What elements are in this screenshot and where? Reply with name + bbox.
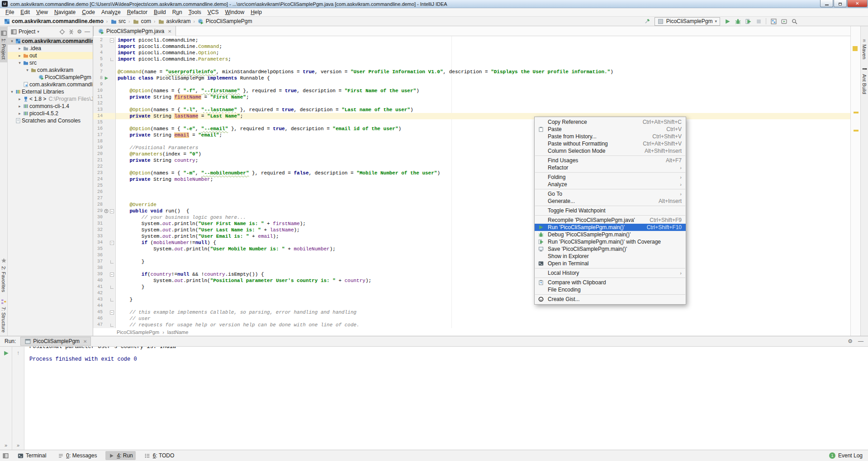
context-item-analyze[interactable]: Analyze› <box>535 181 686 188</box>
toolwindow-switcher-icon[interactable] <box>2 452 9 459</box>
context-item-show-in-explorer[interactable]: Show in Explorer <box>535 253 686 260</box>
fold-icon[interactable]: − <box>109 309 114 315</box>
inspection-indicator[interactable] <box>853 46 858 51</box>
tool1-icon[interactable] <box>770 18 777 24</box>
gutter[interactable]: 4 <box>93 50 116 56</box>
gutter[interactable]: 19 <box>93 145 116 151</box>
expand-icon[interactable]: » <box>17 442 19 448</box>
restore-button[interactable] <box>834 0 847 7</box>
gutter[interactable]: 30 <box>93 214 116 221</box>
menu-navigate[interactable]: Navigate <box>51 8 79 16</box>
tool-stripe-7-structure[interactable]: 7: Structure <box>0 295 7 336</box>
context-item-save-picoclisamplepgm-main[interactable]: Save 'PicoCliSamplePgm.main()' <box>535 245 686 253</box>
context-item-recompile-picoclisamplepgm-java[interactable]: Recompile 'PicoCliSamplePgm.java'Ctrl+Sh… <box>535 216 686 224</box>
menu-build[interactable]: Build <box>151 8 169 16</box>
gutter[interactable]: 15 <box>93 119 116 126</box>
statusbar-0-messages[interactable]: 0: Messages <box>55 451 100 460</box>
run-icon[interactable] <box>724 18 730 24</box>
fold-icon[interactable]: − <box>109 208 114 214</box>
tree-item-picocli-4-5-2[interactable]: ▸picocli-4.5.2 <box>8 110 93 117</box>
tool-stripe-2-favorites[interactable]: 2: Favorites <box>0 254 7 295</box>
breadcrumb-com-askvikram-commandline-demo[interactable]: com.askvikram.commandline.demo <box>4 18 104 24</box>
settings-gear-icon[interactable]: ⚙ <box>77 28 82 35</box>
coverage-icon[interactable] <box>745 18 751 24</box>
context-item-compare-with-clipboard[interactable]: Compare with Clipboard <box>535 279 686 286</box>
locate-icon[interactable] <box>59 28 65 35</box>
gutter[interactable]: 27 <box>93 195 116 202</box>
fold-icon[interactable]: − <box>109 37 114 43</box>
settings-gear-icon[interactable]: ⚙ <box>848 338 853 344</box>
tree-item-commons-cli-1-4[interactable]: ▸commons-cli-1.4 <box>8 103 93 110</box>
breadcrumb-com[interactable]: com <box>133 18 151 24</box>
closed-arrow-icon[interactable]: ▸ <box>17 97 22 101</box>
gutter[interactable]: 14 <box>93 113 116 119</box>
close-tab-icon[interactable]: ✕ <box>168 29 171 34</box>
gutter[interactable]: 26 <box>93 189 116 195</box>
breadcrumb-askvikram[interactable]: askvikram <box>158 18 190 24</box>
menu-vcs[interactable]: VCS <box>204 8 222 16</box>
fold-icon[interactable] <box>109 284 114 290</box>
gutter[interactable]: 16 <box>93 126 116 132</box>
fold-icon[interactable]: − <box>109 240 114 246</box>
error-stripe[interactable] <box>850 26 860 336</box>
gutter[interactable]: 9 <box>93 81 116 88</box>
warning-mark[interactable] <box>854 130 859 132</box>
gutter[interactable]: 34− <box>93 240 116 246</box>
context-item-toggle-field-watchpoint[interactable]: Toggle Field Watchpoint <box>535 207 686 214</box>
chevron-down-icon[interactable]: ▾ <box>37 29 39 34</box>
context-item-copy-reference[interactable]: Copy ReferenceCtrl+Alt+Shift+C <box>535 118 686 126</box>
gutter[interactable]: 28 <box>93 202 116 208</box>
open-arrow-icon[interactable]: ▾ <box>9 39 14 43</box>
close-button[interactable]: ✕ <box>847 0 868 7</box>
gutter[interactable]: 37 <box>93 259 116 265</box>
tool-stripe-1-project[interactable]: 1: Project <box>0 27 7 62</box>
menu-tools[interactable]: Tools <box>185 8 204 16</box>
fold-icon[interactable] <box>109 56 114 62</box>
gutter[interactable]: 35 <box>93 246 116 252</box>
open-arrow-icon[interactable]: ▾ <box>25 68 30 72</box>
expand-icon[interactable]: » <box>5 442 7 448</box>
menu-edit[interactable]: Edit <box>17 8 33 16</box>
context-item-file-encoding[interactable]: File Encoding <box>535 286 686 293</box>
hide-panel-icon[interactable]: — <box>85 28 90 35</box>
gutter[interactable]: 45− <box>93 309 116 315</box>
gutter[interactable]: 11 <box>93 94 116 100</box>
closed-arrow-icon[interactable]: ▸ <box>17 46 22 51</box>
tree-item-com-askvikram-commandline-demo[interactable]: ▾com.askvikram.commandline.demo <box>8 38 93 45</box>
search-icon[interactable] <box>791 18 797 24</box>
tree-item-picoclisamplepgm[interactable]: CPicoCliSamplePgm <box>8 74 93 81</box>
context-item-run-picoclisamplepgm-main-with-coverage[interactable]: Run 'PicoCliSamplePgm.main()' with Cover… <box>535 238 686 245</box>
hide-panel-icon[interactable]: — <box>858 338 863 344</box>
close-console-icon[interactable]: ✕ <box>83 339 87 344</box>
rerun-icon[interactable] <box>3 350 9 356</box>
context-item-paste-without-formatting[interactable]: Paste without FormattingCtrl+Alt+Shift+V <box>535 140 686 147</box>
gutter[interactable]: 8 <box>93 75 116 81</box>
up-stack-icon[interactable]: ↑ <box>17 350 19 356</box>
stop-icon[interactable] <box>755 18 762 24</box>
context-item-debug-picoclisamplepgm-main[interactable]: Debug 'PicoCliSamplePgm.main()' <box>535 231 686 238</box>
context-item-paste-from-history[interactable]: Paste from History...Ctrl+Shift+V <box>535 133 686 140</box>
gutter[interactable]: 40 <box>93 278 116 284</box>
gutter[interactable]: 3 <box>93 43 116 50</box>
statusbar-terminal[interactable]: Terminal <box>14 451 49 460</box>
gutter[interactable]: 6 <box>93 62 116 69</box>
gutter[interactable]: 2− <box>93 37 116 43</box>
menu-run[interactable]: Run <box>169 8 185 16</box>
context-item-column-selection-mode[interactable]: Column Selection ModeAlt+Shift+Insert <box>535 147 686 155</box>
context-item-go-to[interactable]: Go To› <box>535 190 686 198</box>
gutter[interactable]: 20 <box>93 151 116 157</box>
context-item-create-gist[interactable]: Create Gist... <box>535 296 686 303</box>
project-panel-title[interactable]: Project <box>19 28 35 35</box>
gutter[interactable]: 22 <box>93 164 116 170</box>
gutter[interactable]: 5 <box>93 56 116 62</box>
gutter[interactable]: 12 <box>93 100 116 107</box>
menu-analyze[interactable]: Analyze <box>98 8 124 16</box>
menu-help[interactable]: Help <box>247 8 265 16</box>
menu-code[interactable]: Code <box>79 8 98 16</box>
context-item-find-usages[interactable]: Find UsagesAlt+F7 <box>535 157 686 164</box>
run-console-tab[interactable]: PicoCliSamplePgm ✕ <box>20 337 91 346</box>
breadcrumb-picoclisamplepgm[interactable]: CPicoCliSamplePgm <box>198 18 252 24</box>
open-arrow-icon[interactable]: ▾ <box>9 89 14 94</box>
editor-breadcrumb-lastname[interactable]: lastName <box>167 329 188 335</box>
hammer-icon[interactable] <box>644 18 650 24</box>
